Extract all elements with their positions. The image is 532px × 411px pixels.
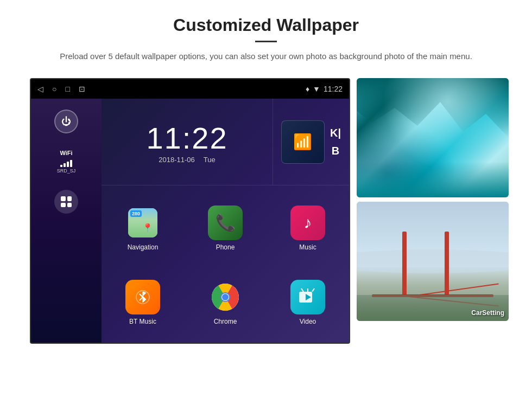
svg-point-6 xyxy=(222,294,229,300)
back-icon[interactable]: ◁ xyxy=(37,85,43,93)
header-divider xyxy=(255,41,277,42)
wifi-signal-icon: 📶 xyxy=(293,133,312,151)
app-item-chrome[interactable]: Chrome xyxy=(184,265,267,339)
svg-line-11 xyxy=(312,288,314,292)
recent-icon[interactable]: □ xyxy=(65,85,69,93)
app-item-btmusic[interactable]: BT Music xyxy=(102,265,184,339)
main-content: ◁ ○ □ ⊡ ♦ ▼ 11:22 ⏻ WiFi xyxy=(0,73,532,344)
home-icon[interactable]: ○ xyxy=(52,85,56,93)
app-item-phone[interactable]: 📞 Phone xyxy=(184,191,267,265)
nav-pin-icon: 📍 xyxy=(142,223,153,233)
wifi-bar-2 xyxy=(64,163,66,167)
top-row: 11:22 2018-11-06 Tue 📶 K| B xyxy=(102,99,349,185)
svg-line-9 xyxy=(301,288,303,292)
video-icon xyxy=(290,280,325,314)
btmusic-label: BT Music xyxy=(129,318,156,325)
video-svg xyxy=(298,287,318,307)
bluetooth-svg xyxy=(135,289,151,305)
photo-icon[interactable]: ⊡ xyxy=(79,85,85,93)
status-time: 11:22 xyxy=(324,85,343,93)
apps-grid-icon xyxy=(61,196,72,207)
text-icons: K| B xyxy=(330,127,341,157)
wallpaper-bridge-label: CarSetting xyxy=(471,309,504,317)
status-bar-nav: ◁ ○ □ ⊡ xyxy=(37,85,85,93)
wifi-widget: WiFi SRD_SJ xyxy=(57,150,76,174)
app-grid: 280 📍 Navigation 📞 Phone ♪ xyxy=(102,185,349,344)
page-header: Customized Wallpaper Preload over 5 defa… xyxy=(0,0,532,73)
chrome-svg xyxy=(212,284,239,311)
power-icon: ⏻ xyxy=(61,116,71,127)
music-label: Music xyxy=(299,243,316,251)
page-title: Customized Wallpaper xyxy=(33,15,499,35)
bt-icon xyxy=(125,280,160,314)
chrome-icon xyxy=(208,280,243,314)
clock-date: 2018-11-06 Tue xyxy=(159,156,215,164)
screen-main: 11:22 2018-11-06 Tue 📶 K| B xyxy=(102,99,349,344)
clock-day: Tue xyxy=(204,156,216,164)
signal-icon: ▼ xyxy=(313,85,320,93)
wifi-bar-4 xyxy=(70,160,72,167)
app-item-navigation[interactable]: 280 📍 Navigation xyxy=(102,191,184,265)
status-bar: ◁ ○ □ ⊡ ♦ ▼ 11:22 xyxy=(31,79,349,99)
wifi-bars xyxy=(57,158,76,167)
app-item-music[interactable]: ♪ Music xyxy=(267,191,349,265)
b-icon: B xyxy=(332,145,339,157)
clock-time: 11:22 xyxy=(146,120,227,156)
wifi-widget-icon: 📶 xyxy=(281,120,325,164)
video-label: Video xyxy=(300,318,316,325)
widget-section: 📶 K| B xyxy=(273,99,349,185)
wallpaper-panel: CarSetting xyxy=(350,78,502,321)
wallpaper-bridge[interactable]: CarSetting xyxy=(357,202,509,321)
wifi-bar-3 xyxy=(67,162,69,167)
music-icon: ♪ xyxy=(290,206,325,240)
wifi-bar-1 xyxy=(60,165,62,167)
navigation-icon: 280 📍 xyxy=(125,206,160,240)
location-icon: ♦ xyxy=(306,85,309,93)
screen-sidebar: ⏻ WiFi SRD_SJ xyxy=(31,99,102,344)
clock-section: 11:22 2018-11-06 Tue xyxy=(102,99,273,185)
apps-grid-button[interactable] xyxy=(54,190,78,214)
power-button[interactable]: ⏻ xyxy=(54,110,78,133)
wifi-label: WiFi xyxy=(57,150,76,156)
clock-date-value: 2018-11-06 xyxy=(159,156,195,164)
phone-label: Phone xyxy=(216,243,235,251)
phone-icon: 📞 xyxy=(208,206,243,240)
android-screen: ◁ ○ □ ⊡ ♦ ▼ 11:22 ⏻ WiFi xyxy=(30,78,350,344)
wallpaper-ice[interactable] xyxy=(357,78,509,197)
navigation-label: Navigation xyxy=(128,243,159,251)
app-item-video[interactable]: Video xyxy=(267,265,349,339)
chrome-label: Chrome xyxy=(214,318,237,325)
k-icon: K| xyxy=(330,127,341,139)
nav-badge: 280 xyxy=(130,210,142,217)
screen-body: ⏻ WiFi SRD_SJ xyxy=(31,99,349,344)
header-description: Preload over 5 default wallpaper options… xyxy=(33,50,499,63)
status-bar-right: ♦ ▼ 11:22 xyxy=(306,85,343,93)
wifi-ssid: SRD_SJ xyxy=(57,168,76,174)
